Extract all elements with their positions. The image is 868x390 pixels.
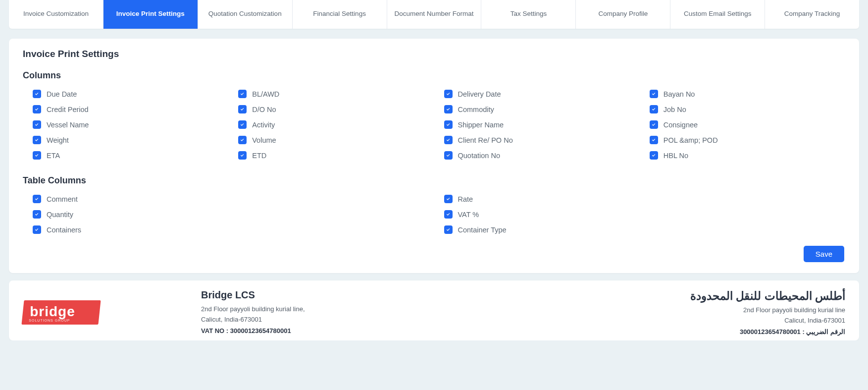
checkbox-label: Bayan No xyxy=(664,90,695,98)
save-button[interactable]: Save xyxy=(804,246,844,262)
columns-item: Due Date xyxy=(33,90,228,98)
tab-label: Quotation Customization xyxy=(208,9,282,19)
tab-label: Company Tracking xyxy=(784,9,840,19)
check-icon xyxy=(34,107,40,112)
checkbox[interactable] xyxy=(444,120,453,129)
columns-item: Client Re/ PO No xyxy=(444,136,640,144)
check-icon xyxy=(446,91,451,97)
checkbox-label: ETA xyxy=(47,152,60,160)
columns-item: Shipper Name xyxy=(444,120,640,129)
checkbox[interactable] xyxy=(33,225,41,234)
columns-item: POL &amp; POD xyxy=(650,136,845,144)
table-columns-grid: CommentRateQuantityVAT %ContainersContai… xyxy=(33,195,845,234)
preview-card: bridge SOLUTIONS GROUP Bridge LCS 2nd Fl… xyxy=(9,280,859,340)
tab-company-tracking[interactable]: Company Tracking xyxy=(765,0,859,29)
tab-invoice-print-settings[interactable]: Invoice Print Settings xyxy=(103,0,198,29)
checkbox-label: Job No xyxy=(664,106,686,113)
columns-item: Vessel Name xyxy=(33,120,228,129)
save-row: Save xyxy=(23,246,845,262)
checkbox[interactable] xyxy=(238,90,247,98)
checkbox[interactable] xyxy=(444,195,453,203)
checkbox[interactable] xyxy=(238,120,247,129)
checkbox[interactable] xyxy=(238,136,247,144)
checkbox[interactable] xyxy=(33,151,41,160)
tab-label: Tax Settings xyxy=(511,9,547,19)
checkbox[interactable] xyxy=(444,136,453,144)
columns-item: Commodity xyxy=(444,105,640,113)
tab-tax-settings[interactable]: Tax Settings xyxy=(481,0,576,29)
checkbox-label: Containers xyxy=(47,226,81,234)
check-icon xyxy=(240,122,245,127)
checkbox[interactable] xyxy=(33,120,41,129)
check-icon xyxy=(446,137,451,143)
columns-item: Weight xyxy=(33,136,228,144)
checkbox[interactable] xyxy=(33,136,41,144)
columns-item: D/O No xyxy=(238,105,434,113)
logo-brand: bridge xyxy=(30,305,93,319)
checkbox-label: D/O No xyxy=(252,106,276,113)
table-columns-item: Containers xyxy=(33,225,434,234)
columns-item: ETD xyxy=(238,151,434,160)
check-icon xyxy=(34,137,40,143)
vat-number: VAT NO : 30000123654780001 xyxy=(201,327,521,334)
checkbox[interactable] xyxy=(33,195,41,203)
tab-custom-email-settings[interactable]: Custom Email Settings xyxy=(670,0,765,29)
tab-document-number-format[interactable]: Document Number Format xyxy=(387,0,482,29)
columns-section-title: Columns xyxy=(23,70,845,81)
columns-item: Delivery Date xyxy=(444,90,640,98)
table-columns-item: VAT % xyxy=(444,210,846,219)
check-icon xyxy=(651,153,657,158)
checkbox-label: HBL No xyxy=(664,152,688,160)
checkbox[interactable] xyxy=(650,105,658,113)
table-columns-item: Comment xyxy=(33,195,434,203)
page-title: Invoice Print Settings xyxy=(23,49,845,59)
columns-item: Bayan No xyxy=(650,90,845,98)
table-columns-item: Rate xyxy=(444,195,846,203)
checkbox[interactable] xyxy=(650,90,658,98)
checkbox[interactable] xyxy=(238,151,247,160)
tab-label: Financial Settings xyxy=(313,9,366,19)
preview-left-info: Bridge LCS 2nd Floor payyoli building ku… xyxy=(201,289,521,335)
check-icon xyxy=(240,153,245,158)
checkbox[interactable] xyxy=(238,105,247,113)
checkbox[interactable] xyxy=(444,151,453,160)
tab-invoice-customization[interactable]: Invoice Customization xyxy=(9,0,103,29)
tab-label: Invoice Customization xyxy=(23,9,89,19)
table-columns-section-title: Table Columns xyxy=(23,175,845,186)
logo-box: bridge SOLUTIONS GROUP xyxy=(23,300,100,325)
checkbox-label: Quotation No xyxy=(458,152,500,160)
check-icon xyxy=(651,137,657,143)
checkbox[interactable] xyxy=(650,136,658,144)
check-icon xyxy=(240,107,245,112)
checkbox[interactable] xyxy=(33,105,41,113)
checkbox-label: BL/AWD xyxy=(252,90,279,98)
checkbox-label: Delivery Date xyxy=(458,90,501,98)
tab-label: Company Profile xyxy=(598,9,648,19)
checkbox[interactable] xyxy=(650,151,658,160)
checkbox-label: Weight xyxy=(47,136,69,144)
logo-tagline: SOLUTIONS GROUP xyxy=(29,319,92,322)
tab-quotation-customization[interactable]: Quotation Customization xyxy=(198,0,293,29)
checkbox[interactable] xyxy=(444,210,453,219)
tab-financial-settings[interactable]: Financial Settings xyxy=(293,0,387,29)
columns-grid: Due DateBL/AWDDelivery DateBayan NoCredi… xyxy=(33,90,845,160)
checkbox-label: Comment xyxy=(47,195,78,203)
checkbox[interactable] xyxy=(33,210,41,219)
checkbox[interactable] xyxy=(33,90,41,98)
checkbox-label: Vessel Name xyxy=(47,121,89,129)
checkbox-label: Quantity xyxy=(47,211,73,219)
checkbox[interactable] xyxy=(650,120,658,129)
check-icon xyxy=(651,107,657,112)
checkbox[interactable] xyxy=(444,105,453,113)
check-icon xyxy=(34,227,40,232)
checkbox[interactable] xyxy=(444,90,453,98)
checkbox[interactable] xyxy=(444,225,453,234)
check-icon xyxy=(446,196,451,202)
tab-company-profile[interactable]: Company Profile xyxy=(576,0,670,29)
checkbox-label: Credit Period xyxy=(47,106,89,113)
preview-right-info: أطلس المحيطات للنقل المحدودة 2nd Floor p… xyxy=(526,289,846,335)
company-name: Bridge LCS xyxy=(201,289,521,301)
checkbox-label: VAT % xyxy=(458,211,479,219)
check-icon xyxy=(34,212,40,217)
address-line-2: Calicut, India-673001 xyxy=(201,314,521,325)
